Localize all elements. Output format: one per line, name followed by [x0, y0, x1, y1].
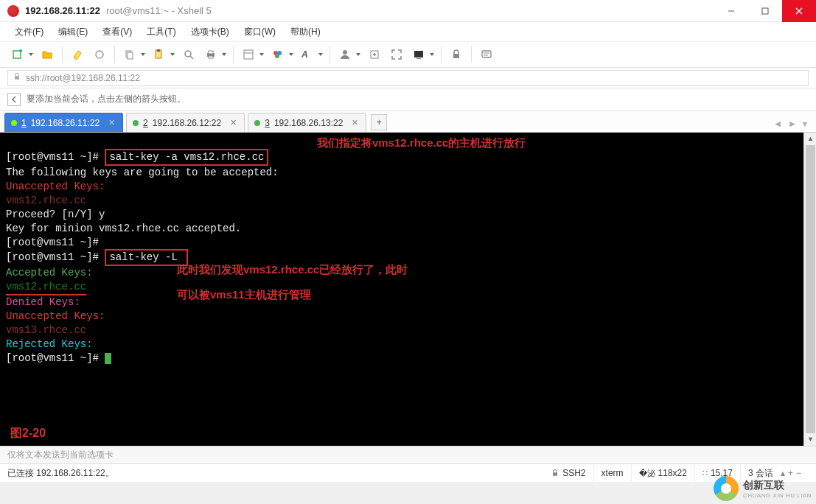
scrollbar[interactable]: ▴ ▾ — [803, 133, 816, 446]
terminal-line: vms12.rhce.cc — [6, 195, 86, 206]
tab-close-icon[interactable]: ✕ — [108, 118, 115, 127]
menu-help[interactable]: 帮助(H) — [285, 24, 327, 41]
title-session: root@vms11:~ - Xshell 5 — [106, 5, 212, 16]
menu-file[interactable]: 文件(F) — [9, 24, 49, 41]
toolbar-sep — [62, 46, 63, 63]
status-dot-icon — [133, 120, 139, 126]
tab-next-button[interactable]: ► — [788, 119, 797, 129]
maximize-button[interactable] — [748, 0, 782, 22]
paste-button[interactable] — [149, 44, 177, 65]
terminal-line: Key for minion vms12.rhce.cc accepted. — [6, 223, 241, 234]
svg-rect-15 — [209, 51, 213, 54]
minimize-button[interactable] — [714, 0, 748, 22]
tab-add-button[interactable]: + — [371, 114, 387, 130]
menu-view[interactable]: 查看(V) — [97, 24, 138, 41]
tab-prev-button[interactable]: ◄ — [773, 119, 782, 129]
svg-rect-9 — [128, 52, 133, 59]
hint-bar: 要添加当前会话，点击左侧的箭头按钮。 — [0, 88, 816, 111]
tab-label: 192.168.26.12:22 — [153, 118, 221, 128]
close-button[interactable] — [782, 0, 816, 22]
svg-line-13 — [190, 56, 193, 59]
find-button[interactable] — [178, 44, 199, 65]
terminal-line: Proceed? [n/Y] y — [6, 209, 105, 220]
lock-button[interactable] — [446, 44, 467, 65]
address-input[interactable]: ssh://root@192.168.26.11:22 — [7, 70, 809, 86]
svg-rect-24 — [414, 51, 423, 57]
terminal-line: vms12.rhce.cc — [6, 280, 86, 295]
new-session-button[interactable] — [7, 44, 35, 65]
watermark-logo-icon — [714, 476, 739, 501]
menu-bar: 文件(F) 编辑(E) 查看(V) 工具(T) 选项卡(B) 窗口(W) 帮助(… — [0, 22, 816, 41]
color-scheme-button[interactable] — [268, 44, 296, 65]
terminal[interactable]: [root@vms11 ~]# salt-key -a vms12.rhce.c… — [0, 133, 816, 446]
properties-button[interactable] — [238, 44, 266, 65]
menu-window[interactable]: 窗口(W) — [238, 24, 282, 41]
tab-close-icon[interactable]: ✕ — [352, 118, 358, 127]
tab-label: 192.168.26.13:22 — [274, 118, 343, 128]
address-bar: ssh://root@192.168.26.11:22 — [0, 68, 816, 88]
svg-rect-17 — [244, 50, 253, 59]
status-proto-text: SSH2 — [562, 468, 585, 478]
status-connection: 已连接 192.168.26.11:22。 — [7, 467, 114, 480]
tab-1[interactable]: 1 192.168.26.11:22 ✕ — [4, 113, 123, 132]
tab-2[interactable]: 2 192.168.26.12:22 ✕ — [126, 113, 245, 132]
command-input-bar[interactable]: 仅将文本发送到当前选项卡 — [0, 446, 816, 463]
scrollbar-thumb[interactable] — [806, 145, 815, 433]
terminal-line: Denied Keys: — [6, 296, 80, 308]
scroll-up-icon[interactable]: ▴ — [804, 133, 816, 145]
tab-row: 1 192.168.26.11:22 ✕ 2 192.168.26.12:22 … — [0, 111, 816, 133]
cursor-icon — [105, 353, 111, 364]
terminal-line: Accepted Keys: — [6, 267, 93, 279]
toolbar-sep — [329, 46, 330, 63]
terminal-type-button[interactable] — [408, 44, 436, 65]
terminal-line: The following keys are going to be accep… — [6, 167, 279, 178]
address-text: ssh://root@192.168.26.11:22 — [26, 73, 140, 83]
title-bar: 192.168.26.11:22 root@vms11:~ - Xshell 5 — [0, 0, 816, 22]
menu-tab[interactable]: 选项卡(B) — [185, 24, 235, 41]
add-session-arrow-button[interactable] — [7, 93, 21, 106]
svg-rect-11 — [157, 49, 160, 52]
copy-button[interactable] — [119, 44, 147, 65]
annotation: 此时我们发现vms12.rhce.cc已经放行了，此时 — [177, 262, 408, 276]
highlighted-command: salt-key -L — [105, 249, 188, 266]
title-host: 192.168.26.11:22 — [25, 5, 100, 16]
prompt: [root@vms11 ~]# — [6, 151, 105, 163]
terminal-line: [root@vms11 ~]# — [6, 237, 99, 248]
svg-point-12 — [185, 51, 191, 57]
toolbar-sep — [441, 46, 442, 63]
help-button[interactable] — [476, 44, 497, 65]
tab-number: 2 — [143, 118, 148, 128]
status-dot-icon — [254, 120, 260, 126]
fullscreen-button[interactable] — [386, 44, 407, 65]
open-session-button[interactable] — [37, 44, 57, 65]
svg-point-22 — [343, 50, 347, 55]
svg-rect-25 — [416, 58, 421, 59]
profile-button[interactable] — [335, 44, 363, 65]
watermark-text: 创新互联 — [743, 479, 784, 491]
annotation: 我们指定将vms12.rhce.cc的主机进行放行 — [317, 136, 526, 150]
tab-close-icon[interactable]: ✕ — [230, 118, 237, 127]
reconnect-button[interactable] — [89, 44, 110, 65]
terminal-line: Unaccepted Keys: — [6, 181, 105, 192]
annotation: 可以被vms11主机进行管理 — [177, 287, 311, 301]
hint-text: 要添加当前会话，点击左侧的箭头按钮。 — [27, 93, 186, 105]
print-button[interactable] — [200, 44, 229, 65]
highlighted-command: salt-key -a vms12.rhce.cc — [105, 149, 268, 166]
scripts-button[interactable] — [67, 44, 88, 65]
menu-tools[interactable]: 工具(T) — [141, 24, 181, 41]
terminal-line: Rejected Keys: — [6, 338, 93, 350]
status-size: �泌118x22 — [631, 464, 694, 482]
tab-3[interactable]: 3 192.168.26.13:22 ✕ — [248, 113, 366, 132]
status-dot-icon — [11, 120, 17, 126]
terminal-line: vms13.rhce.cc — [6, 324, 86, 336]
new-file-transfer-button[interactable] — [364, 44, 385, 65]
command-placeholder: 仅将文本发送到当前选项卡 — [7, 449, 114, 461]
menu-edit[interactable]: 编辑(E) — [52, 24, 94, 41]
font-button[interactable]: A — [297, 44, 325, 65]
tab-list-button[interactable]: ▾ — [803, 119, 807, 129]
scroll-down-icon[interactable]: ▾ — [804, 433, 816, 446]
tab-label: 192.168.26.11:22 — [31, 118, 100, 128]
tab-nav: ◄ ► ▾ — [773, 119, 812, 132]
lock-icon — [551, 469, 559, 477]
svg-rect-4 — [13, 51, 21, 58]
